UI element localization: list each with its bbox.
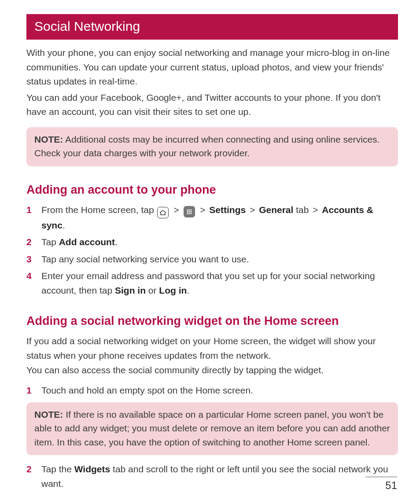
note-box-space: NOTE: If there is no available space on … <box>26 402 398 456</box>
intro-paragraph-2: You can add your Facebook, Google+, and … <box>26 91 398 119</box>
step-2: 2 Tap the Widgets tab and scroll to the … <box>26 462 398 491</box>
step-number: 3 <box>26 252 41 267</box>
step-1: 1 Touch and hold an empty spot on the Ho… <box>26 383 398 398</box>
section2-intro-1: If you add a social networking widget on… <box>26 334 398 363</box>
bold-widgets: Widgets <box>74 464 110 474</box>
section-heading-adding-account: Adding an account to your phone <box>26 183 398 197</box>
text: tab <box>293 205 311 215</box>
svg-point-3 <box>187 211 188 212</box>
step-4: 4 Enter your email address and password … <box>26 269 398 298</box>
svg-point-6 <box>187 213 188 214</box>
step-number: 2 <box>26 235 41 250</box>
step-number: 4 <box>26 269 41 283</box>
step-body: From the Home screen, tap > > Settings >… <box>41 203 398 233</box>
svg-point-5 <box>191 211 192 212</box>
step-number: 1 <box>26 383 41 398</box>
svg-point-7 <box>189 213 190 214</box>
note-label: NOTE: <box>34 409 63 419</box>
section-heading-adding-widget: Adding a social networking widget on the… <box>26 314 398 328</box>
step-body: Tap the Widgets tab and scroll to the ri… <box>41 462 398 491</box>
text: Tap the <box>41 464 74 474</box>
text: Enter your email address and password th… <box>41 271 375 295</box>
period: . <box>187 285 189 295</box>
step-body: Tap any social networking service you wa… <box>41 252 398 267</box>
note-body: Additional costs may be incurred when co… <box>34 134 379 158</box>
svg-point-0 <box>187 209 188 210</box>
step-body: Touch and hold an empty spot on the Home… <box>41 383 398 398</box>
bold-general: General <box>259 205 293 215</box>
period: . <box>115 237 118 247</box>
step-1: 1 From the Home screen, tap > > Settings… <box>26 203 398 233</box>
apps-icon <box>184 206 195 217</box>
step-number: 1 <box>26 203 41 217</box>
svg-point-8 <box>191 213 192 214</box>
step-body: Tap Add account. <box>41 235 398 250</box>
bold-log-in: Log in <box>159 285 187 295</box>
step-body: Enter your email address and password th… <box>41 269 398 298</box>
step-3: 3 Tap any social networking service you … <box>26 252 398 267</box>
bold-sign-in: Sign in <box>115 285 146 295</box>
text: Tap <box>41 237 59 247</box>
text: or <box>146 285 159 295</box>
chevron: > <box>313 205 318 215</box>
step-number: 2 <box>26 462 41 477</box>
svg-point-4 <box>189 211 190 212</box>
steps-list-2b: 2 Tap the Widgets tab and scroll to the … <box>26 462 398 491</box>
note-label: NOTE: <box>34 134 63 144</box>
step-2: 2 Tap Add account. <box>26 235 398 250</box>
chevron: > <box>250 205 255 215</box>
chevron: > <box>200 205 205 215</box>
text: From the Home screen, tap <box>41 205 156 215</box>
bold-add-account: Add account <box>59 237 115 247</box>
bold-settings: Settings <box>209 205 246 215</box>
page-banner: Social Networking <box>26 14 398 40</box>
section2-intro-2: You can also access the social community… <box>26 363 398 378</box>
period: . <box>63 220 65 230</box>
note-body: If there is no available space on a part… <box>34 409 390 447</box>
svg-point-2 <box>191 209 192 210</box>
page-number: 51 <box>385 479 397 492</box>
intro-paragraph-1: With your phone, you can enjoy social ne… <box>26 46 398 89</box>
steps-list-1: 1 From the Home screen, tap > > Settings… <box>26 203 398 298</box>
steps-list-2: 1 Touch and hold an empty spot on the Ho… <box>26 383 398 398</box>
chevron: > <box>173 205 179 215</box>
svg-point-1 <box>189 209 190 210</box>
note-box-costs: NOTE: Additional costs may be incurred w… <box>26 127 398 166</box>
home-icon <box>157 207 169 218</box>
